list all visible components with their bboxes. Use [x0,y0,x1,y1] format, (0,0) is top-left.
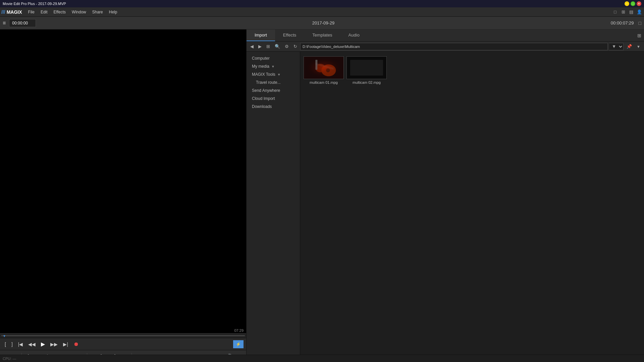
playback-controls: [ ] |◀ ◀◀ ▶ ▶▶ ▶| ⏺ ⚡ [0,338,246,350]
sidebar-item-sendanywhere[interactable]: Send Anywhere [247,86,300,95]
menu-help[interactable]: Help [106,9,120,15]
toolbar-icon-2[interactable]: ⊞ [620,9,627,15]
import-toolbar: ◀ ▶ ⊞ 🔍 ⚙ ↻ D:\Footage\Video_deluxe\Mult… [247,42,644,52]
tab-effects[interactable]: Effects [275,29,305,41]
downloads-label: Downloads [252,104,272,109]
window-controls: − □ ✕ [625,1,641,6]
tab-import[interactable]: Import [247,29,275,41]
file-thumb-2 [346,56,387,79]
sidebar-item-mymedia[interactable]: My media ▼ [247,62,300,70]
tab-templates[interactable]: Templates [304,29,340,41]
file-browser: multicam 01.mpg multicam 02.mpg [300,52,644,362]
in-point-button[interactable]: [ [3,341,8,348]
status-bar: CPU: — [0,355,644,362]
svg-rect-8 [304,57,343,79]
file-item-1[interactable]: multicam 01.mpg [304,55,344,86]
file-item-2[interactable]: multicam 02.mpg [346,55,387,86]
tab-audio[interactable]: Audio [340,29,368,41]
search-button[interactable]: 🔍 [273,43,282,50]
sidebar-item-cloudimport[interactable]: Cloud Import [247,95,300,103]
scrubber-bar[interactable] [1,335,245,336]
out-point-button[interactable]: ] [9,341,15,348]
skip-to-out-button[interactable]: ▶| [61,341,70,348]
prev-frame-button[interactable]: ◀◀ [26,341,38,348]
path-dropdown[interactable]: ▼ [609,43,624,50]
cloudimport-label: Cloud Import [252,96,275,101]
cpu-status: CPU: — [3,357,16,361]
minimize-button[interactable]: − [625,1,629,6]
project-date: 2017-09-29 [38,20,609,25]
logo-text: MAGIX [7,9,22,15]
pin-button[interactable]: 📌 [625,43,634,50]
menu-icons: □ ⊞ ▤ 👤 [612,9,643,15]
logo: /// MAGIX [1,9,22,15]
next-frame-button[interactable]: ▶▶ [48,341,60,348]
hamburger-button[interactable]: ≡ [3,20,6,26]
settings-button[interactable]: ⚙ [283,43,290,50]
import-content: Computer My media ▼ MAGIX Tools ▼ Travel… [247,52,644,362]
collapse-button[interactable]: ▼ [635,44,642,49]
tab-spacer [368,29,635,41]
preview-panel: 07:29 ▼ [ ] |◀ ◀◀ ▶ ▶▶ ▶| ⏺ ⚡ ↺ ↻ 🗑 T ▶| [0,29,247,362]
file-name-2: multicam 02.mpg [353,80,381,84]
title-text: Movie Edit Pro Plus - 2017-09-29.MVP [3,2,66,6]
skip-to-in-button[interactable]: |◀ [16,341,25,348]
sidebar-item-computer[interactable]: Computer [247,54,300,62]
sidebar-item-downloads[interactable]: Downloads [247,103,300,111]
maximize-button[interactable]: □ [631,1,635,6]
play-button[interactable]: ▶ [39,340,47,348]
menu-window[interactable]: Window [69,9,89,15]
right-panel: Import Effects Templates Audio ⊞ ◀ ▶ ⊞ 🔍… [247,29,644,362]
top-toolbar: ≡ 00:00:00 2017-09-29 00:00:07:29 □ [0,17,644,29]
menu-share[interactable]: Share [90,9,106,15]
menu-effects[interactable]: Effects [51,9,68,15]
forward-button[interactable]: ▶ [257,43,263,50]
mymedia-label: My media [252,64,269,69]
sidebar-item-magixtools[interactable]: MAGIX Tools ▼ [247,70,300,78]
sendanywhere-label: Send Anywhere [252,88,280,93]
toolbar-icon-user[interactable]: 👤 [636,9,643,15]
menu-edit[interactable]: Edit [38,9,50,15]
computer-label: Computer [252,56,270,61]
preview-scrubber[interactable]: ▼ [0,333,246,338]
special-button[interactable]: ⚡ [233,340,244,348]
mymedia-arrow: ▼ [271,65,275,68]
close-button[interactable]: ✕ [637,1,641,6]
scrubber-arrow: ▼ [3,334,6,338]
expand-button[interactable]: □ [639,20,641,26]
time-display[interactable]: 00:00:00 [9,19,36,27]
preview-area: 07:29 [0,29,246,333]
main-layout: 07:29 ▼ [ ] |◀ ◀◀ ▶ ▶▶ ▶| ⏺ ⚡ ↺ ↻ 🗑 T ▶| [0,29,644,362]
file-thumb-1 [304,56,344,79]
sidebar-item-travelroute[interactable]: Travel route... [247,78,300,86]
magixtools-arrow: ▼ [277,73,281,76]
menu-file[interactable]: File [25,9,37,15]
record-button[interactable]: ⏺ [71,341,81,348]
path-bar[interactable]: D:\Footage\Video_deluxe\Multicam [300,43,608,50]
import-sidebar: Computer My media ▼ MAGIX Tools ▼ Travel… [247,52,300,362]
title-bar: Movie Edit Pro Plus - 2017-09-29.MVP − □… [0,0,644,7]
preview-time: 07:29 [234,328,244,333]
grid-view-button[interactable]: ⊞ [265,43,272,50]
back-button[interactable]: ◀ [249,43,255,50]
panel-tabs: Import Effects Templates Audio ⊞ [247,29,644,42]
refresh-button[interactable]: ↻ [292,43,299,50]
file-name-1: multicam 01.mpg [310,80,338,84]
travelroute-label: Travel route... [256,80,281,85]
playhead-time-display: 00:00:07:29 [611,20,634,25]
toolbar-icon-3[interactable]: ▤ [628,9,635,15]
svg-rect-10 [350,60,383,75]
magixtools-label: MAGIX Tools [252,72,275,77]
panel-expand-button[interactable]: ⊞ [635,29,644,41]
toolbar-icon-1[interactable]: □ [612,9,619,15]
menu-bar: /// MAGIX File Edit Effects Window Share… [0,7,644,17]
logo-slashes: /// [1,9,5,15]
